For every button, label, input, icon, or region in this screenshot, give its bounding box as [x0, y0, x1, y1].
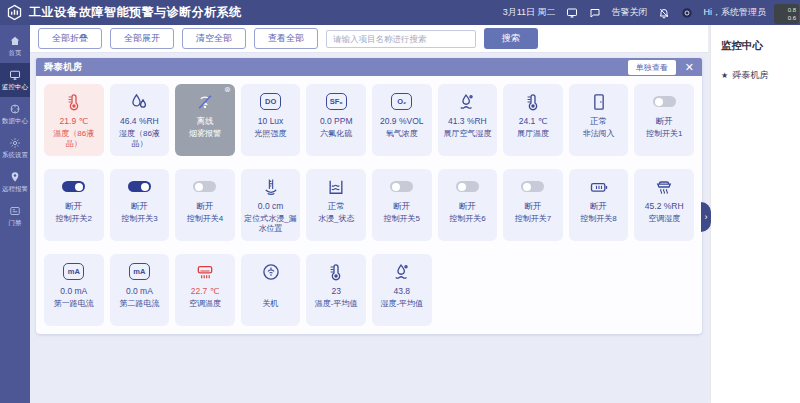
net-speed-overlay: 0.8 0.6 [774, 4, 799, 24]
sidebar-item-door-card[interactable]: 门禁 [0, 199, 30, 233]
thermometer-icon [523, 92, 543, 112]
sensor-label: 温度（86液晶） [44, 129, 104, 148]
sensor-value: 0.0 mA [126, 286, 153, 296]
monitor-center-item[interactable]: ★舜泰机房 [721, 69, 790, 82]
sensor-card[interactable]: 断开控制开关7 [503, 169, 563, 241]
sensor-label: 空调温度 [187, 299, 223, 309]
toolbar-button-3[interactable]: 查看全部 [254, 28, 318, 49]
bell-muted-icon[interactable] [658, 6, 671, 19]
sensor-card[interactable]: 正常非法闯入 [569, 84, 629, 156]
sensor-card[interactable]: 离线烟雾报警⊗ [175, 84, 235, 156]
sensor-label: 控制开关3 [119, 214, 159, 224]
sensor-card[interactable]: 正常水浸_状态 [306, 169, 366, 241]
thermometer-icon [326, 262, 346, 282]
sensor-value: 10 Lux [258, 116, 284, 126]
drops-icon [129, 92, 149, 112]
topbar: 工业设备故障智能预警与诊断分析系统 3月11日 周二 告警关闭 Hi，系统管理员 [0, 0, 800, 25]
sensor-card[interactable]: 断开控制开关3 [110, 169, 170, 241]
sensor-card[interactable]: DO10 Lux光照强度 [241, 84, 301, 156]
sensor-card[interactable]: 断开控制开关8 [569, 169, 629, 241]
display-icon[interactable] [566, 6, 579, 19]
toolbar-button-1[interactable]: 全部展开 [110, 28, 174, 49]
sensor-card[interactable]: O₂20.9 %VOL氧气浓度 [372, 84, 432, 156]
sidebar-item-data[interactable]: 数据中心 [0, 97, 30, 131]
toolbar-buttons: 全部折叠全部展开清空全部查看全部 [38, 28, 318, 49]
sensor-card[interactable]: SF₆0.0 PPM六氟化硫 [306, 84, 366, 156]
monitor-center-panel: 监控中心 ★舜泰机房 [711, 25, 800, 403]
sensor-value: 正常 [590, 116, 607, 126]
sensor-card[interactable]: 41.3 %RH展厅空气湿度 [438, 84, 498, 156]
sensor-card[interactable]: mA0.0 mA第一路电流 [44, 254, 104, 326]
sensor-label: 控制开关1 [644, 129, 684, 139]
sensor-label: 第二路电流 [117, 299, 161, 309]
net-speed-down: 0.6 [777, 14, 796, 22]
badge-sf₆-icon: SF₆ [326, 93, 347, 110]
close-icon[interactable]: ✕ [685, 62, 694, 73]
sensor-label: 湿度-平均值 [378, 299, 425, 309]
sensor-value: 断开 [656, 116, 673, 126]
sensor-card[interactable]: 断开控制开关6 [438, 169, 498, 241]
sensor-card[interactable]: 断开控制开关1 [634, 84, 694, 156]
battery-icon [589, 177, 609, 197]
toggle-off-icon [456, 181, 479, 192]
sensor-value: 46.4 %RH [120, 116, 159, 126]
sensor-value: 正常 [328, 201, 345, 211]
sidebar-item-label: 数据中心 [2, 117, 28, 126]
search-input[interactable] [326, 30, 476, 48]
sensor-value: 0.0 PPM [320, 116, 353, 126]
view-alone-button[interactable]: 单独查看 [628, 60, 676, 75]
sensor-card[interactable]: mA0.0 mA第二路电流 [110, 254, 170, 326]
sensor-label: 定位式水浸_漏水位置 [241, 214, 301, 233]
toggle-off-icon [653, 96, 676, 107]
sensor-value: 20.9 %VOL [380, 116, 423, 126]
signal-off-icon [195, 92, 215, 112]
sensor-value: 断开 [393, 201, 410, 211]
home-icon [9, 35, 21, 47]
sensor-card[interactable]: 23温度-平均值 [306, 254, 366, 326]
search-button[interactable]: 搜索 [484, 28, 538, 49]
sensor-card[interactable]: 22.7 ℃空调温度 [175, 254, 235, 326]
avatar-icon[interactable] [681, 6, 694, 19]
sensor-value: 断开 [590, 201, 607, 211]
sensor-value: 0.0 mA [60, 286, 87, 296]
room-panel: 舜泰机房 单独查看 ✕ 21.9 ℃温度（86液晶）46.4 %RH湿度（86液… [36, 58, 702, 334]
badge-do-icon: DO [260, 93, 281, 110]
sensor-card[interactable]: 43.8湿度-平均值 [372, 254, 432, 326]
sensor-label: 关机 [261, 299, 281, 309]
sensor-card[interactable]: 断开控制开关4 [175, 169, 235, 241]
toggle-off-icon [390, 181, 413, 192]
sensor-card[interactable]: 46.4 %RH湿度（86液晶） [110, 84, 170, 156]
sensor-label: 六氟化硫 [318, 129, 354, 139]
sensor-card[interactable]: 45.2 %RH空调湿度 [634, 169, 694, 241]
sensor-label: 控制开关5 [382, 214, 422, 224]
sidebar-item-gear[interactable]: 系统设置 [0, 131, 30, 165]
badge-ma-icon: mA [63, 263, 84, 280]
tank-icon [326, 177, 346, 197]
main-content: 全部折叠全部展开清空全部查看全部 搜索 舜泰机房 单独查看 ✕ 21.9 ℃温度… [30, 25, 708, 403]
sidebar-item-home[interactable]: 首页 [0, 29, 30, 63]
toolbar-button-0[interactable]: 全部折叠 [38, 28, 102, 49]
sensor-card[interactable]: 关机 [241, 254, 301, 326]
sensor-label: 光照强度 [253, 129, 289, 139]
sensor-label: 展厅空气湿度 [441, 129, 493, 139]
sensor-card[interactable]: 0.0 cm定位式水浸_漏水位置 [241, 169, 301, 241]
sensor-card[interactable]: 断开控制开关5 [372, 169, 432, 241]
chevron-right-icon: › [705, 212, 708, 222]
sensor-card[interactable]: 断开控制开关2 [44, 169, 104, 241]
sensor-value: 21.9 ℃ [60, 116, 88, 126]
expand-panel-tab[interactable]: › [701, 202, 711, 232]
sensor-value: 断开 [459, 201, 476, 211]
sidebar-item-monitor[interactable]: 监控中心 [0, 63, 30, 97]
sidebar-item-label: 首页 [9, 49, 22, 58]
toolbar-button-2[interactable]: 清空全部 [182, 28, 246, 49]
sensor-card[interactable]: 24.1 ℃展厅温度 [503, 84, 563, 156]
alarm-status-label[interactable]: 告警关闭 [612, 6, 648, 19]
badge-o₂-icon: O₂ [391, 93, 412, 110]
sensor-card[interactable]: 21.9 ℃温度（86液晶） [44, 84, 104, 156]
door-icon [589, 92, 609, 112]
chat-icon[interactable] [589, 6, 602, 19]
sidebar-item-pin[interactable]: 远程报警 [0, 165, 30, 199]
sidebar-item-label: 监控中心 [2, 83, 28, 92]
sensor-label: 控制开关6 [447, 214, 487, 224]
sensor-value: 45.2 %RH [645, 201, 684, 211]
